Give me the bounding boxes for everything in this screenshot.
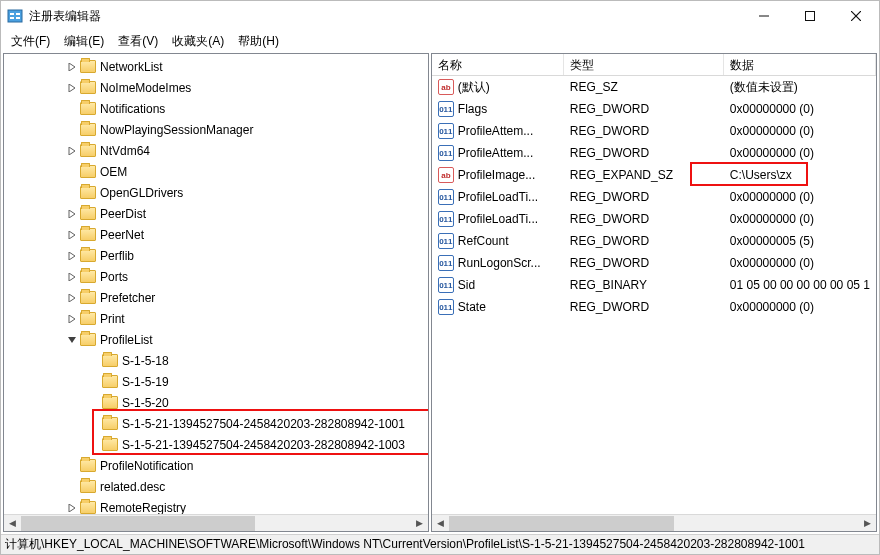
value-data: 0x00000000 (0) <box>724 102 876 116</box>
tree-item[interactable]: NoImeModeImes <box>4 77 428 98</box>
menubar: 文件(F) 编辑(E) 查看(V) 收藏夹(A) 帮助(H) <box>1 31 879 51</box>
value-row[interactable]: 011RefCountREG_DWORD0x00000005 (5) <box>432 230 876 252</box>
value-row[interactable]: 011FlagsREG_DWORD0x00000000 (0) <box>432 98 876 120</box>
tree-item[interactable]: Notifications <box>4 98 428 119</box>
svg-rect-0 <box>8 10 22 22</box>
value-data: 0x00000000 (0) <box>724 256 876 270</box>
tree-item[interactable]: S-1-5-19 <box>4 371 428 392</box>
values-list[interactable]: ab(默认)REG_SZ(数值未设置)011FlagsREG_DWORD0x00… <box>432 76 876 514</box>
tree-hscrollbar[interactable]: ◀ ▶ <box>4 514 428 531</box>
scroll-left-icon[interactable]: ◀ <box>432 515 449 532</box>
tree-item-label: NoImeModeImes <box>100 81 191 95</box>
header-data[interactable]: 数据 <box>724 54 876 75</box>
value-type: REG_DWORD <box>564 234 724 248</box>
tree-item[interactable]: OEM <box>4 161 428 182</box>
value-type: REG_SZ <box>564 80 724 94</box>
value-row[interactable]: 011ProfileAttem...REG_DWORD0x00000000 (0… <box>432 142 876 164</box>
folder-icon <box>80 123 96 136</box>
header-name[interactable]: 名称 <box>432 54 564 75</box>
folder-icon <box>102 417 118 430</box>
folder-icon <box>102 438 118 451</box>
value-type: REG_DWORD <box>564 190 724 204</box>
minimize-button[interactable] <box>741 1 787 31</box>
menu-file[interactable]: 文件(F) <box>5 31 56 52</box>
value-row[interactable]: 011ProfileAttem...REG_DWORD0x00000000 (0… <box>432 120 876 142</box>
value-row[interactable]: 011RunLogonScr...REG_DWORD0x00000000 (0) <box>432 252 876 274</box>
tree-item[interactable]: ProfileList <box>4 329 428 350</box>
tree-item[interactable]: related.desc <box>4 476 428 497</box>
tree-item[interactable]: PeerDist <box>4 203 428 224</box>
tree-item[interactable]: PeerNet <box>4 224 428 245</box>
tree-item[interactable]: NetworkList <box>4 56 428 77</box>
tree-item[interactable]: OpenGLDrivers <box>4 182 428 203</box>
value-row[interactable]: 011StateREG_DWORD0x00000000 (0) <box>432 296 876 318</box>
scroll-right-icon[interactable]: ▶ <box>411 515 428 532</box>
statusbar-path: 计算机\HKEY_LOCAL_MACHINE\SOFTWARE\Microsof… <box>5 536 805 553</box>
value-row[interactable]: 011ProfileLoadTi...REG_DWORD0x00000000 (… <box>432 208 876 230</box>
registry-tree[interactable]: NetworkListNoImeModeImesNotificationsNow… <box>4 56 428 514</box>
expander-none <box>86 353 102 369</box>
value-row[interactable]: ab(默认)REG_SZ(数值未设置) <box>432 76 876 98</box>
menu-view[interactable]: 查看(V) <box>112 31 164 52</box>
folder-icon <box>80 291 96 304</box>
menu-help[interactable]: 帮助(H) <box>232 31 285 52</box>
folder-icon <box>80 207 96 220</box>
expander-none <box>64 185 80 201</box>
tree-item[interactable]: Ports <box>4 266 428 287</box>
chevron-right-icon[interactable] <box>64 59 80 75</box>
expander-none <box>64 122 80 138</box>
string-value-icon: ab <box>438 167 454 183</box>
chevron-right-icon[interactable] <box>64 290 80 306</box>
header-type[interactable]: 类型 <box>564 54 724 75</box>
chevron-right-icon[interactable] <box>64 311 80 327</box>
chevron-right-icon[interactable] <box>64 227 80 243</box>
expander-none <box>86 374 102 390</box>
tree-item[interactable]: S-1-5-20 <box>4 392 428 413</box>
value-name: State <box>458 300 486 314</box>
binary-value-icon: 011 <box>438 123 454 139</box>
chevron-right-icon[interactable] <box>64 269 80 285</box>
chevron-right-icon[interactable] <box>64 143 80 159</box>
tree-item[interactable]: RemoteRegistry <box>4 497 428 514</box>
tree-item[interactable]: Perflib <box>4 245 428 266</box>
chevron-down-icon[interactable] <box>64 332 80 348</box>
value-name: ProfileLoadTi... <box>458 212 538 226</box>
tree-item[interactable]: Print <box>4 308 428 329</box>
value-data: 0x00000005 (5) <box>724 234 876 248</box>
chevron-right-icon[interactable] <box>64 248 80 264</box>
value-type: REG_DWORD <box>564 212 724 226</box>
folder-icon <box>80 228 96 241</box>
chevron-right-icon[interactable] <box>64 500 80 515</box>
value-row[interactable]: 011ProfileLoadTi...REG_DWORD0x00000000 (… <box>432 186 876 208</box>
content-area: NetworkListNoImeModeImesNotificationsNow… <box>1 51 879 534</box>
tree-item[interactable]: S-1-5-21-1394527504-2458420203-282808942… <box>4 434 428 455</box>
tree-item-label: related.desc <box>100 480 165 494</box>
folder-icon <box>80 270 96 283</box>
value-data: 0x00000000 (0) <box>724 190 876 204</box>
tree-item[interactable]: ProfileNotification <box>4 455 428 476</box>
value-name: ProfileImage... <box>458 168 535 182</box>
values-pane: 名称 类型 数据 ab(默认)REG_SZ(数值未设置)011FlagsREG_… <box>431 53 877 532</box>
tree-item[interactable]: NtVdm64 <box>4 140 428 161</box>
binary-value-icon: 011 <box>438 101 454 117</box>
tree-item[interactable]: NowPlayingSessionManager <box>4 119 428 140</box>
scroll-right-icon[interactable]: ▶ <box>859 515 876 532</box>
value-row[interactable]: 011SidREG_BINARY01 05 00 00 00 00 00 05 … <box>432 274 876 296</box>
tree-item[interactable]: S-1-5-18 <box>4 350 428 371</box>
value-type: REG_BINARY <box>564 278 724 292</box>
value-type: REG_DWORD <box>564 124 724 138</box>
maximize-button[interactable] <box>787 1 833 31</box>
folder-icon <box>102 375 118 388</box>
tree-item[interactable]: S-1-5-21-1394527504-2458420203-282808942… <box>4 413 428 434</box>
menu-favorites[interactable]: 收藏夹(A) <box>166 31 230 52</box>
tree-item[interactable]: Prefetcher <box>4 287 428 308</box>
close-button[interactable] <box>833 1 879 31</box>
chevron-right-icon[interactable] <box>64 206 80 222</box>
values-hscrollbar[interactable]: ◀ ▶ <box>432 514 876 531</box>
scroll-left-icon[interactable]: ◀ <box>4 515 21 532</box>
menu-edit[interactable]: 编辑(E) <box>58 31 110 52</box>
value-row[interactable]: abProfileImage...REG_EXPAND_SZC:\Users\z… <box>432 164 876 186</box>
tree-pane: NetworkListNoImeModeImesNotificationsNow… <box>3 53 429 532</box>
svg-rect-3 <box>16 13 20 15</box>
chevron-right-icon[interactable] <box>64 80 80 96</box>
